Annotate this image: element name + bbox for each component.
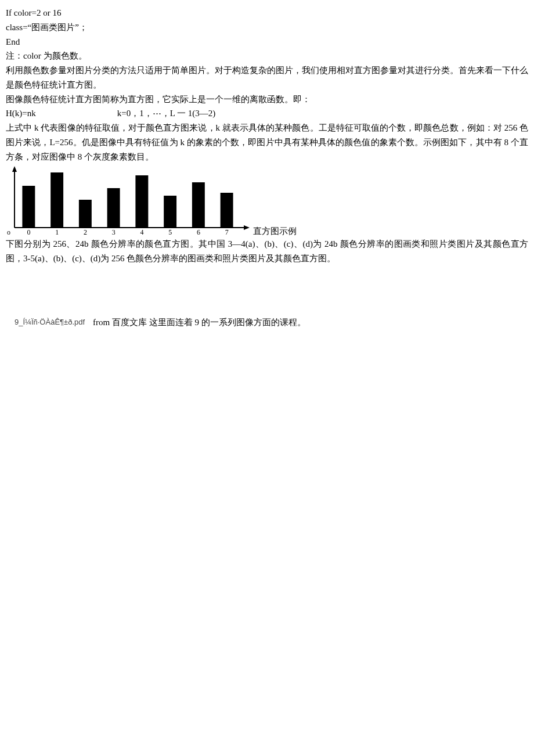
note-color: 注：color 为颜色数。 xyxy=(6,49,528,63)
histogram-svg: 01234567o xyxy=(6,166,250,236)
attachment-row: 9_Í¼Ïñ·ÖÀàÊ¶±ð.pdf from 百度文库 这里面连着 9 的一系… xyxy=(6,315,528,330)
svg-text:4: 4 xyxy=(140,228,143,236)
paragraph-intro: 利用颜色数参量对图片分类的方法只适用于简单图片。对于构造复杂的图片，我们使用相对… xyxy=(6,63,528,92)
svg-rect-6 xyxy=(107,188,120,228)
svg-rect-12 xyxy=(192,182,205,228)
svg-text:5: 5 xyxy=(168,228,172,236)
svg-text:1: 1 xyxy=(55,228,59,236)
code-line-class: class=“图画类图片”； xyxy=(6,20,528,35)
paragraph-explanation: 上式中 k 代表图像的特征取值，对于颜色直方图来说，k 就表示具体的某种颜色。工… xyxy=(6,121,528,164)
svg-text:o: o xyxy=(7,228,10,236)
svg-text:0: 0 xyxy=(27,228,30,236)
svg-text:2: 2 xyxy=(84,228,87,236)
histogram-chart: 01234567o 直方图示例 xyxy=(6,166,528,236)
svg-text:6: 6 xyxy=(197,228,200,236)
formula-right: k=0，1，⋯，L 一 1(3—2) xyxy=(117,109,216,118)
svg-text:3: 3 xyxy=(112,228,116,236)
svg-text:7: 7 xyxy=(225,228,229,236)
attachment-filename: 9_Í¼Ïñ·ÖÀàÊ¶±ð.pdf xyxy=(15,316,85,328)
formula-left: H(k)=nk xyxy=(6,109,36,118)
paragraph-histogram-def: 图像颜色特征统计直方图简称为直方图，它实际上是一个一维的离散函数。即： xyxy=(6,92,528,107)
svg-rect-2 xyxy=(50,172,63,228)
svg-rect-8 xyxy=(135,175,148,228)
svg-rect-14 xyxy=(221,193,233,228)
histogram-caption: 直方图示例 xyxy=(253,227,297,236)
svg-rect-4 xyxy=(79,200,92,228)
code-line-end: End xyxy=(6,35,528,49)
formula-hk: H(k)=nkk=0，1，⋯，L 一 1(3—2) xyxy=(6,106,528,121)
svg-marker-18 xyxy=(12,166,17,172)
attachment-description: from 百度文库 这里面连着 9 的一系列图像方面的课程。 xyxy=(93,315,306,330)
svg-rect-0 xyxy=(22,186,35,228)
svg-marker-19 xyxy=(244,225,250,230)
paragraph-figures: 下图分别为 256、24b 颜色分辨率的颜色直方图。其中国 3—4(a)、(b)… xyxy=(6,237,528,266)
svg-rect-10 xyxy=(164,196,176,228)
code-line-if: If color=2 or 16 xyxy=(6,6,528,20)
